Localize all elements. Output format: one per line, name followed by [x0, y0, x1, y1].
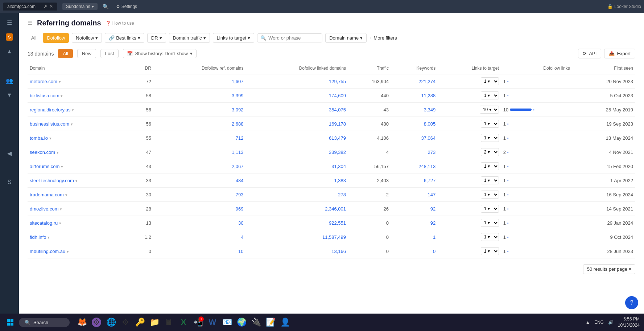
tab-new-button[interactable]: New: [77, 49, 96, 58]
hamburger-icon[interactable]: ☰: [28, 20, 33, 26]
more-filters-button[interactable]: + More filters: [370, 35, 397, 41]
cell-keywords: 8,005: [391, 117, 438, 131]
pagination-bar: 50 results per page ▾: [28, 258, 635, 280]
links-select[interactable]: 2 ▾: [481, 148, 499, 156]
domain-dropdown-icon[interactable]: ▾: [49, 136, 51, 140]
domain-link[interactable]: trademama.com: [30, 192, 64, 197]
cell-links-to-target: 10 ▾: [438, 103, 501, 117]
external-link-icon[interactable]: ↗: [44, 4, 47, 9]
browser-settings-button[interactable]: ⚙ Settings: [114, 3, 139, 11]
sidebar-arrow-down2-icon[interactable]: ◀: [3, 147, 16, 160]
sidebar-small-icon[interactable]: S: [3, 176, 16, 189]
tab-all-button[interactable]: All: [58, 49, 73, 58]
sidebar-menu-icon[interactable]: ☰: [3, 16, 16, 29]
links-select[interactable]: 1 ▾: [481, 219, 499, 227]
links-select[interactable]: 1 ▾: [481, 91, 499, 99]
filter-dr-button[interactable]: DR ▾: [147, 33, 166, 43]
domain-link[interactable]: tomba.io: [30, 135, 48, 141]
domain-dropdown-icon[interactable]: ▾: [75, 179, 78, 183]
tab-lost-button[interactable]: Lost: [100, 49, 119, 58]
domain-link[interactable]: businesslistus.com: [30, 121, 69, 127]
browser-search-button[interactable]: 🔍: [100, 2, 111, 11]
dofollow-info-icon[interactable]: ▪: [507, 164, 509, 168]
domain-link[interactable]: steel-technology.com: [30, 178, 74, 183]
domain-dropdown-icon[interactable]: ▾: [60, 207, 62, 211]
dofollow-info-icon[interactable]: ▪: [507, 235, 509, 239]
domain-link[interactable]: bizlistusa.com: [30, 93, 59, 98]
links-select[interactable]: 1 ▾: [481, 77, 499, 85]
table-row: dmozlive.com ▾289692,346,00126921 ▾1▪14 …: [28, 202, 635, 216]
sidebar-arrow-up-icon[interactable]: ▲: [3, 45, 16, 58]
cell-links-to-target: 1 ▾: [438, 216, 501, 230]
domain-link[interactable]: regionaldirectory.us: [30, 107, 70, 113]
links-select[interactable]: 1 ▾: [481, 205, 499, 213]
help-button[interactable]: ?: [625, 296, 638, 309]
domain-link[interactable]: fldh.info: [30, 234, 46, 240]
col-dr[interactable]: DR: [132, 63, 153, 74]
links-select[interactable]: 1 ▾: [481, 247, 499, 255]
domain-link[interactable]: airforums.com: [30, 164, 59, 169]
data-table: Domain DR Dofollow ref. domains Dofollow…: [28, 63, 635, 258]
links-select[interactable]: 1 ▾: [481, 176, 499, 184]
cell-traffic: 163,904: [348, 74, 391, 89]
how-to-use-link[interactable]: ❓ How to use: [106, 21, 134, 26]
dofollow-info-icon[interactable]: ▪: [507, 94, 509, 98]
api-button[interactable]: ⟳ API: [578, 49, 601, 58]
filter-all-button[interactable]: All: [28, 33, 40, 42]
dofollow-info-icon[interactable]: ▪: [507, 79, 509, 83]
filter-best-links-button[interactable]: 🔗 Best links ▾: [105, 33, 144, 43]
filter-domain-name-button[interactable]: Domain name ▾: [325, 33, 367, 43]
domain-link[interactable]: sitecatalog.ru: [30, 220, 58, 226]
dofollow-info-icon[interactable]: ▪: [507, 150, 509, 154]
links-select[interactable]: 1 ▾: [481, 191, 499, 199]
sidebar-arrow-down-icon[interactable]: ▼: [3, 89, 16, 102]
links-select[interactable]: 10 ▾: [480, 106, 499, 114]
domain-dropdown-icon[interactable]: ▾: [61, 164, 63, 169]
dofollow-info-icon[interactable]: ▪: [507, 193, 509, 197]
domain-dropdown-icon[interactable]: ▾: [71, 122, 73, 126]
domain-dropdown-icon[interactable]: ▾: [61, 94, 63, 98]
sidebar-users-icon[interactable]: 👥: [3, 74, 16, 87]
cell-first-seen: 19 Sep 2023: [572, 117, 635, 131]
domain-dropdown-icon[interactable]: ▾: [65, 193, 67, 197]
links-select[interactable]: 1 ▾: [481, 120, 499, 128]
dofollow-info-icon[interactable]: ▪: [507, 136, 509, 140]
domain-dropdown-icon[interactable]: ▾: [48, 235, 50, 240]
cell-dofollow-ref: 484: [153, 173, 246, 188]
domain-link[interactable]: dmozlive.com: [30, 206, 58, 212]
cell-dofollow-linked: 31,304: [245, 159, 348, 173]
dofollow-info-icon[interactable]: ▪: [507, 249, 509, 253]
filter-dofollow-button[interactable]: Dofollow: [43, 33, 69, 43]
domain-link[interactable]: metoree.com: [30, 79, 57, 84]
links-select[interactable]: 1 ▾: [481, 233, 499, 241]
domain-dropdown-icon[interactable]: ▾: [59, 221, 61, 225]
domain-dropdown-icon[interactable]: ▾: [57, 150, 59, 155]
domain-link[interactable]: seekon.com: [30, 150, 55, 155]
dofollow-info-icon[interactable]: ▪: [533, 108, 534, 112]
cell-first-seen: 9 Oct 2024: [572, 230, 635, 244]
dofollow-info-icon[interactable]: ▪: [507, 179, 509, 183]
show-history-button[interactable]: 📅 Show history: Don't show ▾: [123, 49, 197, 58]
cell-first-seen: 15 Feb 2020: [572, 159, 635, 173]
per-page-button[interactable]: 50 results per page ▾: [583, 264, 635, 274]
cell-dofollow-linked: 339,382: [245, 145, 348, 159]
links-select[interactable]: 1 ▾: [481, 162, 499, 170]
close-tab-icon[interactable]: ✕: [49, 4, 53, 9]
domain-link[interactable]: mbutiling.com.au: [30, 249, 65, 254]
cell-dofollow-links: 1▪: [501, 244, 572, 258]
word-phrase-input[interactable]: [268, 35, 319, 41]
cell-dofollow-ref: 2,688: [153, 117, 246, 131]
filter-domain-traffic-button[interactable]: Domain traffic ▾: [169, 33, 210, 43]
browser-tab[interactable]: aitomfgco.com ↗ ✕: [3, 3, 57, 11]
links-select[interactable]: 1 ▾: [481, 134, 499, 142]
domain-dropdown-icon[interactable]: ▾: [72, 108, 74, 112]
dofollow-info-icon[interactable]: ▪: [507, 221, 509, 225]
domain-dropdown-icon[interactable]: ▾: [67, 249, 69, 254]
dofollow-info-icon[interactable]: ▪: [507, 122, 509, 126]
filter-links-to-target-button[interactable]: Links to target ▾: [213, 33, 255, 43]
export-button[interactable]: 📤 Export: [604, 49, 635, 58]
domain-dropdown-icon[interactable]: ▾: [59, 79, 61, 84]
filter-nofollow-button[interactable]: Nofollow ▾: [72, 33, 102, 43]
subdomains-button[interactable]: Subdomains ▾: [62, 3, 98, 10]
dofollow-info-icon[interactable]: ▪: [507, 207, 509, 211]
